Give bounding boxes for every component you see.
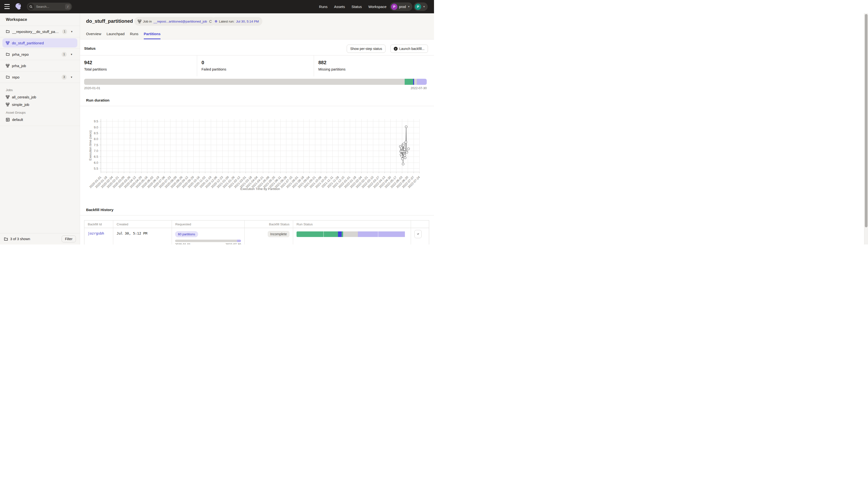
column-header-requested: Requested xyxy=(172,221,245,228)
sidebar-item-simple-job[interactable]: simple_job xyxy=(0,101,80,108)
svg-text:6.5: 6.5 xyxy=(94,155,98,159)
svg-text:9.0: 9.0 xyxy=(94,126,98,129)
column-header-backfill-status: Backfill Status xyxy=(245,221,293,228)
job-tabs: OverviewLaunchpadRunsPartitions xyxy=(86,30,160,39)
chevron-down-icon[interactable]: ▼ xyxy=(69,53,74,56)
nav-link-status[interactable]: Status xyxy=(351,5,362,9)
column-header-expand xyxy=(411,221,429,228)
backfill-status-badge: Incomplete xyxy=(268,231,289,237)
tab-launchpad[interactable]: Launchpad xyxy=(107,30,125,39)
search-icon xyxy=(28,3,34,10)
backfill-history-table: Backfill IdCreatedRequestedBackfill Stat… xyxy=(84,220,429,244)
dagster-logo-icon[interactable] xyxy=(14,3,22,10)
partition-status-bar[interactable] xyxy=(84,79,427,85)
svg-text:8.5: 8.5 xyxy=(94,131,98,135)
svg-text:5.5: 5.5 xyxy=(94,167,98,170)
asset-group-icon xyxy=(6,118,10,122)
sidebar-item-default[interactable]: default xyxy=(0,116,80,123)
run-duration-chart: Execution time (secs) 5.56.06.57.07.58.0… xyxy=(80,109,434,193)
folder-icon xyxy=(4,237,8,241)
global-search[interactable]: / xyxy=(27,3,72,11)
partition-start-date: 2020-01-01 xyxy=(84,86,100,90)
navbar-links: RunsAssetsStatusWorkspace xyxy=(319,0,386,13)
svg-text:9.5: 9.5 xyxy=(94,120,98,123)
stat-label: Failed partitions xyxy=(202,67,314,71)
latest-run-pill: Latest run: Jul 30, 5:14 PM xyxy=(211,17,262,26)
nav-link-runs[interactable]: Runs xyxy=(319,5,328,9)
bar-segment xyxy=(358,231,378,237)
folder-icon xyxy=(6,75,10,79)
sidebar-item-prha-repo[interactable]: prha_repo1▼ xyxy=(0,49,80,60)
bar-segment xyxy=(84,79,405,85)
sidebar-item-label: do_stuff_partitioned xyxy=(12,41,44,45)
folder-icon xyxy=(6,30,10,33)
svg-text:6.0: 6.0 xyxy=(94,161,98,165)
show-per-step-status-button[interactable]: Show per-step status xyxy=(347,44,385,53)
workspace-sidebar: Workspace __repository__do_stuff_partiti… xyxy=(0,13,80,244)
sidebar-item-label: prha_repo xyxy=(12,52,29,57)
sidebar-item-all-cereals-job[interactable]: all_cereals_job xyxy=(0,93,80,101)
column-header-backfill-id: Backfill Id xyxy=(84,221,113,228)
sidebar-item-repository-do-stuff-partitio[interactable]: __repository__do_stuff_partitio...1▼ xyxy=(0,26,80,37)
latest-run-link[interactable]: Jul 30, 5:14 PM xyxy=(236,20,259,23)
sidebar-item-label: default xyxy=(12,118,23,122)
bar-segment xyxy=(343,231,358,237)
bar-segment xyxy=(417,79,427,85)
chevron-down-icon[interactable]: ▼ xyxy=(70,30,74,33)
status-section-title: Status xyxy=(84,46,96,51)
stat-label: Total partitions xyxy=(84,67,197,71)
sidebar-item-inner: repo3▼ xyxy=(2,72,78,82)
tab-partitions[interactable]: Partitions xyxy=(144,30,160,39)
run-duration-title: Run duration xyxy=(86,98,110,102)
sidebar-item-inner: prha_repo1▼ xyxy=(2,50,78,59)
nav-link-assets[interactable]: Assets xyxy=(334,5,345,9)
deployment-switcher[interactable]: P prod ▼ xyxy=(390,2,412,11)
backfill-status-cell: Incomplete xyxy=(245,228,293,244)
main-content: do_stuff_partitioned Job in __reposi...a… xyxy=(80,13,434,244)
stat-value: 0 xyxy=(202,60,314,65)
chart-y-axis-label: Execution time (secs) xyxy=(89,130,92,160)
chevron-down-icon[interactable]: ▼ xyxy=(69,76,74,78)
sidebar-item-prha-job[interactable]: prha_job xyxy=(0,60,80,71)
backfill-history-title: Backfill History xyxy=(86,208,114,212)
tab-overview[interactable]: Overview xyxy=(86,30,101,39)
svg-text:7.0: 7.0 xyxy=(94,149,98,153)
bar-segment xyxy=(297,231,323,237)
job-origin-link[interactable]: __reposi...artitioned@partitioned_job xyxy=(153,20,207,23)
column-header-run-status: Run Status xyxy=(293,221,411,228)
latest-run-label: Latest run: xyxy=(219,20,235,23)
filter-button[interactable]: Filter xyxy=(62,235,76,242)
table-header-row: Backfill IdCreatedRequestedBackfill Stat… xyxy=(84,221,429,228)
partition-end-date: 2022-07-30 xyxy=(411,86,427,90)
stat-value: 882 xyxy=(318,60,434,65)
sidebar-item-do-stuff-partitioned[interactable]: do_stuff_partitioned xyxy=(0,37,80,49)
plus-icon: + xyxy=(394,47,398,51)
search-input[interactable] xyxy=(36,5,58,9)
sidebar-item-repo[interactable]: repo3▼ xyxy=(0,71,80,83)
backfill-created-cell: Jul 30, 5:12 PM xyxy=(113,228,172,244)
sidebar-item-label: __repository__do_stuff_partitio... xyxy=(12,30,60,34)
requested-partitions-badge[interactable]: 60 partitions xyxy=(175,231,198,237)
hamburger-menu-icon[interactable] xyxy=(4,4,10,9)
nav-link-workspace[interactable]: Workspace xyxy=(368,5,386,9)
run-status-cell xyxy=(293,228,411,244)
sidebar-item-label: repo xyxy=(12,75,20,79)
page-title: do_stuff_partitioned xyxy=(86,19,133,24)
bar-segment xyxy=(338,231,342,237)
expand-row-button[interactable] xyxy=(414,230,422,238)
chart-plot: 5.56.06.57.07.58.08.59.09.5 xyxy=(80,109,434,182)
sidebar-footer: 3 of 3 shown Filter xyxy=(0,233,80,244)
run-status-bar[interactable] xyxy=(297,231,405,237)
sidebar-item-inner: __repository__do_stuff_partitio...1▼ xyxy=(2,27,78,36)
user-menu[interactable]: P ▼ xyxy=(414,2,428,11)
job-icon xyxy=(6,41,9,45)
svg-text:7.5: 7.5 xyxy=(94,143,98,147)
job-icon xyxy=(6,95,9,99)
item-count-badge: 1 xyxy=(62,52,67,57)
launch-backfill-button[interactable]: + Launch backfill... xyxy=(390,44,428,53)
sidebar-item-inner: do_stuff_partitioned xyxy=(2,38,78,47)
bar-segment xyxy=(175,240,237,242)
tab-runs[interactable]: Runs xyxy=(130,30,138,39)
backfill-id-link[interactable]: jozrgsbh xyxy=(84,228,113,244)
item-count-badge: 3 xyxy=(62,75,67,80)
